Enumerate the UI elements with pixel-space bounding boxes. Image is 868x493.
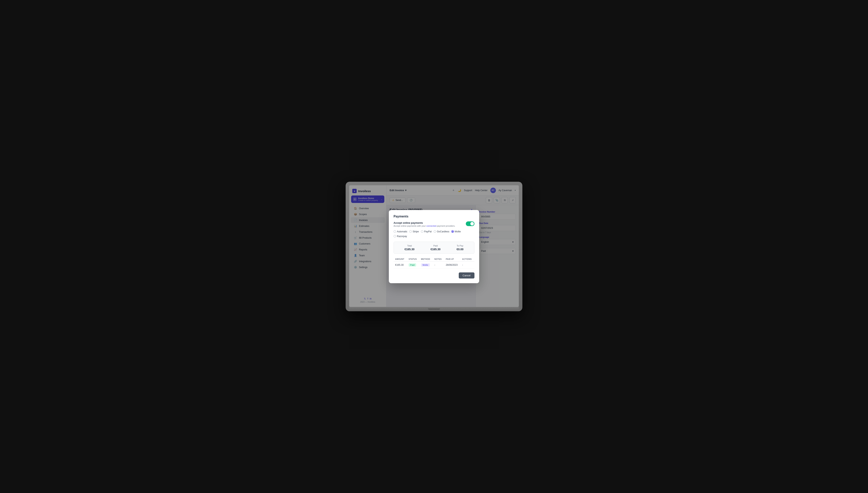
accept-payments-desc: Accept online payments with your connect… [394,225,455,227]
cell-method: Mollie [419,261,433,268]
radio-label-razorpay: Razorpay [397,235,407,238]
radio-paypal[interactable]: PayPal [421,230,432,233]
to-pay-label: To Pay [457,244,463,247]
radio-label-automatic: Automatic [397,230,407,233]
col-paid-at: PAID AT [444,257,460,262]
cell-actions: - [460,261,474,268]
col-amount: AMOUNT [394,257,407,262]
radio-stripe[interactable]: Stripe [409,230,419,233]
connected-link[interactable]: connected [426,225,436,227]
modal-overlay[interactable]: Payments Accept online payments Accept o… [0,0,868,493]
total-value: €165.30 [405,248,415,251]
to-pay-value: €0.00 [457,248,463,251]
radio-circle-gocardless [434,230,436,233]
accept-payments-toggle[interactable] [466,221,474,226]
payment-methods-row: Automatic Stripe PayPal GoCardless Molli… [394,230,474,238]
radio-razorpay[interactable]: Razorpay [394,235,407,238]
radio-circle-stripe [409,230,412,233]
to-pay-col: To Pay €0.00 [457,244,463,251]
radio-label-paypal: PayPal [424,230,432,233]
cancel-button[interactable]: Cancel [459,273,474,278]
cell-notes: - [433,261,444,268]
desc-suffix: payment providers. [436,225,455,227]
paid-col: Paid €165.30 [431,244,440,251]
paid-value: €165.30 [431,248,440,251]
accept-payments-label: Accept online payments [394,221,455,224]
cell-status: Paid [407,261,419,268]
radio-mollie[interactable]: Mollie [451,230,461,233]
col-method: METHOD [419,257,433,262]
radio-label-gocardless: GoCardless [437,230,449,233]
accept-payments-row: Accept online payments Accept online pay… [394,221,474,227]
cell-paid-at: 28/06/2023 [444,261,460,268]
radio-automatic[interactable]: Automatic [394,230,407,233]
status-badge: Paid [409,263,416,266]
table-row: €165.30 Paid Mollie - 28/06/2023 - [394,261,474,268]
paid-label: Paid [431,244,440,247]
payments-table: AMOUNT STATUS METHOD NOTES PAID AT ACTIO… [394,257,474,269]
cell-amount: €165.30 [394,261,407,268]
radio-circle-paypal [421,230,423,233]
col-notes: NOTES [433,257,444,262]
total-col: Total €165.30 [405,244,415,251]
method-badge: Mollie [421,263,430,266]
payment-summary: Total €165.30 Paid €165.30 To Pay €0.00 [394,242,474,254]
radio-gocardless[interactable]: GoCardless [434,230,449,233]
desc-prefix: Accept online payments with your [394,225,426,227]
modal-title: Payments [394,215,474,218]
radio-circle-razorpay [394,235,396,237]
payments-modal: Payments Accept online payments Accept o… [389,210,479,283]
radio-label-stripe: Stripe [413,230,419,233]
col-actions: ACTIONS [460,257,474,262]
modal-actions: Cancel [394,273,474,278]
col-status: STATUS [407,257,419,262]
radio-circle-mollie [451,230,454,233]
total-label: Total [405,244,415,247]
radio-circle-automatic [394,230,396,233]
radio-label-mollie: Mollie [455,230,461,233]
